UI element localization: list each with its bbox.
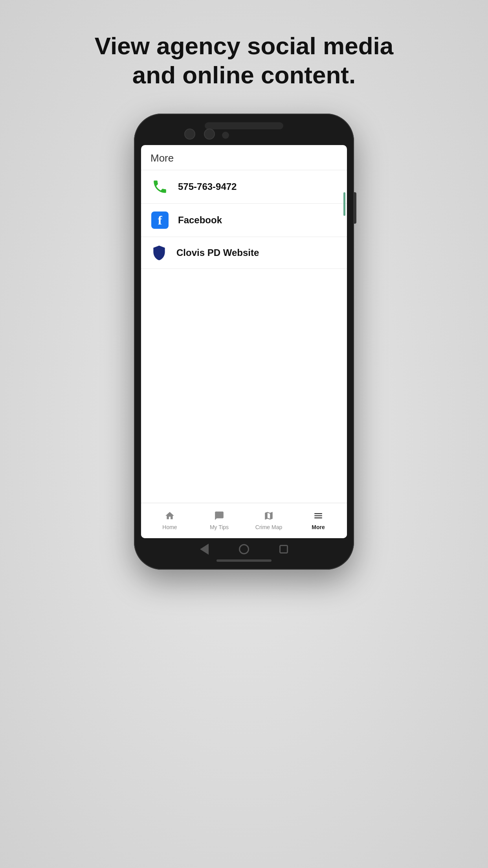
- phone-bottom-indicator: [216, 559, 272, 562]
- back-button[interactable]: [200, 544, 209, 555]
- scrollbar[interactable]: [343, 192, 345, 216]
- camera-left-icon: [184, 129, 195, 140]
- recents-button[interactable]: [279, 545, 288, 554]
- phone-screen: More 575-763-9472 f: [141, 145, 347, 538]
- page-title: More: [150, 152, 174, 164]
- nav-item-more[interactable]: More: [294, 503, 343, 538]
- facebook-label: Facebook: [178, 215, 222, 226]
- shield-icon: [150, 244, 168, 261]
- phone-icon: [150, 177, 169, 196]
- my-tips-icon: [214, 511, 224, 522]
- sensor-icon: [222, 132, 229, 139]
- nav-item-home[interactable]: Home: [145, 503, 194, 538]
- phone-shell: More 575-763-9472 f: [134, 114, 354, 570]
- bottom-nav: Home My Tips Cri: [141, 503, 347, 538]
- side-button[interactable]: [354, 192, 356, 224]
- crime-map-icon: [264, 511, 274, 522]
- home-button[interactable]: [239, 544, 249, 554]
- more-nav-label: More: [312, 524, 325, 530]
- facebook-icon: f: [150, 211, 169, 230]
- camera-right-icon: [204, 129, 215, 140]
- phone-top-bar: [205, 122, 283, 129]
- my-tips-nav-label: My Tips: [210, 524, 229, 530]
- list-item-website[interactable]: Clovis PD Website: [141, 237, 347, 269]
- nav-item-crime-map[interactable]: Crime Map: [244, 503, 294, 538]
- list-item-phone[interactable]: 575-763-9472: [141, 170, 347, 204]
- home-nav-label: Home: [162, 524, 177, 530]
- crime-map-nav-label: Crime Map: [255, 524, 282, 530]
- hero-title: View agency social media and online cont…: [87, 31, 401, 90]
- app-content: More 575-763-9472 f: [141, 145, 347, 503]
- more-icon: [313, 511, 323, 522]
- page-header: More: [141, 145, 347, 170]
- phone-mockup: More 575-763-9472 f: [134, 114, 354, 570]
- nav-item-my-tips[interactable]: My Tips: [194, 503, 244, 538]
- website-label: Clovis PD Website: [176, 247, 259, 258]
- home-icon: [165, 511, 175, 522]
- phone-number: 575-763-9472: [178, 181, 237, 192]
- phone-nav-buttons: [185, 544, 303, 555]
- list-item-facebook[interactable]: f Facebook: [141, 204, 347, 237]
